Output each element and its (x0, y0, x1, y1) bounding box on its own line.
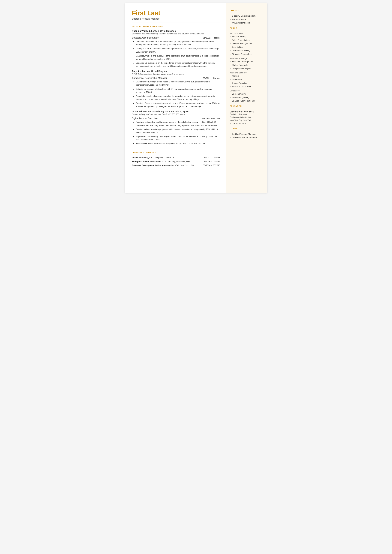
job-1-bullet-2: Managed a $40K per month investment port… (133, 47, 220, 53)
lang-english: English (Native) (230, 93, 263, 96)
main-column: First Last Strategic Account Manager REL… (125, 3, 226, 193)
job-3: Growthsi, London, United Kingdom & Barce… (132, 110, 220, 145)
job-3-company: Growthsi, London, United Kingdom & Barce… (132, 110, 220, 113)
skills-block: SKILLS Technical Skills: Solution Sellin… (230, 27, 263, 103)
education-block: EDUCATION University of New York Bachelo… (230, 105, 263, 125)
education-heading: EDUCATION (230, 105, 263, 107)
other-cert-2: Certified Sales Professional. (230, 136, 263, 139)
job-3-dates: 06/2018 – 09/2019 (202, 117, 220, 119)
work-experience-heading: RELEVANT WORK EXPERIENCE (132, 25, 220, 28)
job-3-bullet-4: Increased Growthsi website visitors by 8… (133, 142, 220, 145)
job-1-title: Strategic Account Manager (132, 36, 160, 39)
divider-work (132, 22, 220, 22)
tool-marketo: Marketo (230, 75, 263, 77)
contact-heading: CONTACT (230, 9, 263, 12)
job-2-title: Commercial Relationship Manager (132, 77, 167, 79)
candidate-name: First Last (132, 9, 220, 17)
tool-salesforce: Salesforce (230, 78, 263, 81)
job-3-company-bold: Growthsi, (132, 110, 143, 113)
prev-exp-3-rest: ABC, New York, USA (174, 164, 194, 167)
skill-sales-presentations: Sales Presentations (230, 39, 263, 42)
tool-ms-office: Microsoft Office Suite (230, 85, 263, 88)
job-3-bullet-3: Supervised 22 marketing campaigns for ne… (133, 135, 220, 141)
job-2-desc: NYSE-listed recruitment and employer bra… (132, 73, 220, 75)
contact-email: first.last@gmail.com (230, 22, 263, 24)
job-3-title: Digital Account Executive (132, 117, 158, 119)
languages-label: Languages: (230, 90, 263, 92)
resume-container: First Last Strategic Account Manager REL… (125, 3, 267, 193)
prev-exp-2-text: Enterprise Account Executive, XYZ Compan… (132, 160, 190, 163)
prev-exp-2-dates: 06/2016 – 05/2017 (203, 160, 220, 163)
edu-degree: Bachelor of Science (230, 113, 263, 116)
tools-label: Tools and Software: (230, 72, 263, 74)
contact-address: Glasgow, United Kingdom (230, 15, 263, 18)
job-3-desc: Career training and membership SaaS with… (132, 113, 220, 115)
edu-field: Business Administration (230, 116, 263, 119)
job-2-bullets: Masterminded 10 high-profile national co… (132, 80, 220, 108)
edu-school: University of New York (230, 110, 263, 113)
previous-experience-heading: PREVIOUS EXPERIENCE (132, 152, 220, 154)
prev-exp-2-bold: Enterprise Account Executive, (132, 160, 161, 163)
candidate-title: Strategic Account Manager (132, 17, 220, 20)
prev-exp-2: Enterprise Account Executive, XYZ Compan… (132, 160, 220, 163)
job-2-bullet-4: Created 17 new business pitches resultin… (133, 102, 220, 108)
tool-google-analytics: Google Analytics (230, 82, 263, 85)
job-2-bullet-3: Provided exceptional customer service vi… (133, 95, 220, 101)
job-3-bullet-2: Created a client retention program that … (133, 128, 220, 134)
contact-block: CONTACT Glasgow, United Kingdom +44 1234… (230, 9, 263, 25)
lang-spanish: Spanish (Conversational) (230, 100, 263, 103)
job-1-desc: Education technology startup with 50+ em… (132, 33, 220, 35)
job-2-bullet-2: Established account relationships with 2… (133, 87, 220, 94)
previous-experience-list: Inside Sales Rep, ABC Company, London, U… (132, 156, 220, 167)
prev-exp-3: Business Development Officer (Internship… (132, 164, 220, 167)
job-1-location: London, United Kingdom (151, 30, 176, 32)
job-1-bullet-3: Managed, trained, and supervised the ope… (133, 54, 220, 61)
job-1-row: Strategic Account Manager 01/2022 – Pres… (132, 36, 220, 39)
skills-divider (230, 31, 263, 31)
prev-exp-1-bold: Inside Sales Rep, (132, 156, 149, 159)
job-2-dates: 07/2021 – Current (203, 77, 220, 79)
prev-exp-2-rest: XYZ Company, New York, USA (161, 160, 190, 163)
name-block: First Last Strategic Account Manager (132, 9, 220, 20)
skill-market-research: Market Research (230, 64, 263, 67)
skill-cold-calling: Cold Calling (230, 46, 263, 49)
edu-dates: 10/2011 - 06/2014 (230, 122, 263, 125)
prev-exp-1-dates: 06/2017 – 05/2018 (203, 156, 220, 159)
other-divider (230, 131, 263, 131)
skill-competitive-analysis: Competitive Analysis (230, 67, 263, 70)
prev-exp-3-text: Business Development Officer (Internship… (132, 164, 194, 167)
skills-heading: SKILLS (230, 27, 263, 29)
job-1-bullets: Controlled expenses for a $10M business … (132, 40, 220, 68)
job-2: Polyhire, London, United Kingdom NYSE-li… (132, 70, 220, 108)
prev-exp-1-text: Inside Sales Rep, ABC Company, London, U… (132, 156, 175, 159)
contact-phone: +44 123456789 (230, 18, 263, 21)
job-1-bullet-1: Controlled expenses for a $10M business … (133, 40, 220, 46)
job-2-company-bold: Polyhire, (132, 70, 142, 72)
education-divider (230, 109, 263, 109)
lang-romanian: Romanian (Native) (230, 96, 263, 99)
other-heading: OTHER (230, 128, 263, 130)
job-1-company: Resume Worded, London, United Kingdom (132, 30, 220, 32)
job-3-location: London, United Kingdom & Barcelona, Spai… (142, 110, 189, 113)
prev-exp-3-bold: Business Development Officer (Internship… (132, 164, 174, 167)
job-3-row: Digital Account Executive 06/2018 – 09/2… (132, 117, 220, 119)
skill-strategic-partnerships: Strategic Partnerships (230, 53, 263, 56)
job-2-company: Polyhire, London, United Kingdom (132, 70, 220, 72)
prev-exp-1: Inside Sales Rep, ABC Company, London, U… (132, 156, 220, 159)
prev-exp-1-rest: ABC Company, London, UK (149, 156, 175, 159)
skill-account-management: Account Management (230, 42, 263, 45)
skill-business-development: Business Development (230, 60, 263, 63)
skill-solution-selling: Solution Selling (230, 35, 263, 38)
job-1: Resume Worded, London, United Kingdom Ed… (132, 30, 220, 68)
job-2-location: London, United Kingdom (142, 70, 168, 72)
job-1-company-bold: Resume Worded, (132, 30, 151, 32)
job-3-bullet-1: Received outstanding quality award based… (133, 120, 220, 127)
other-cert-1: Certified Account Manager. (230, 133, 263, 136)
sidebar-column: CONTACT Glasgow, United Kingdom +44 1234… (226, 3, 267, 193)
job-1-bullet-4: Educated 70 customers on the importance … (133, 61, 220, 68)
edu-location: New York City, New York (230, 119, 263, 122)
prev-exp-3-dates: 07/2014 – 05/2015 (203, 164, 220, 167)
other-block: OTHER Certified Account Manager. Certifi… (230, 128, 263, 139)
job-2-bullet-1: Masterminded 10 high-profile national co… (133, 80, 220, 87)
skill-consultative-selling: Consultative Selling (230, 49, 263, 52)
